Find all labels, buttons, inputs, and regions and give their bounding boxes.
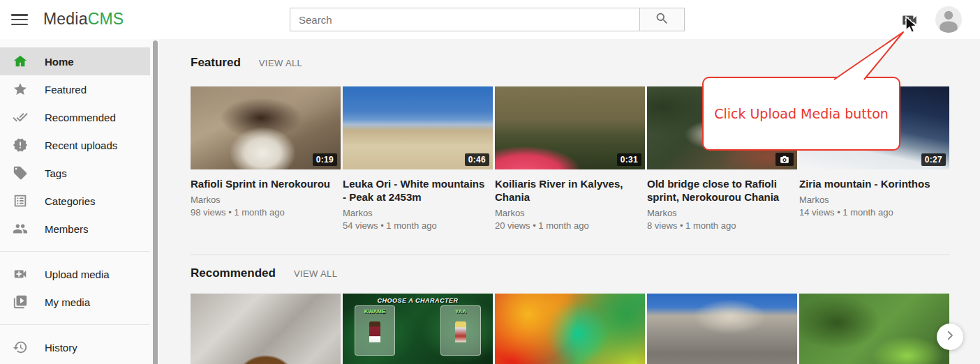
history-icon xyxy=(13,340,28,355)
tag-icon xyxy=(13,165,28,181)
members-icon xyxy=(13,221,28,236)
video-card[interactable]: 0:19 Rafioli Sprint in Nerokourou Markos… xyxy=(191,86,341,232)
sidebar-item-label: Recent uploads xyxy=(45,139,117,151)
video-title[interactable]: Old bridge close to Rafioli sprint, Nero… xyxy=(647,177,792,204)
carousel-next-button[interactable] xyxy=(937,324,963,350)
thumbnail-overlay-text: CHOOSE A CHARACTER xyxy=(343,297,493,304)
video-meta: 8 views • 1 month ago xyxy=(647,220,797,232)
video-author[interactable]: Markos xyxy=(191,195,341,206)
categories-icon xyxy=(13,193,28,208)
new-releases-icon xyxy=(13,137,28,153)
annotation-callout-tail xyxy=(803,28,914,81)
video-title[interactable]: Koiliaris River in Kalyves, Chania xyxy=(495,177,640,204)
recommended-section-title: Recommended xyxy=(191,266,276,280)
video-title[interactable]: Ziria mountain - Korinthos xyxy=(799,177,944,190)
logo-media: Media xyxy=(43,10,88,28)
logo-cms: CMS xyxy=(88,10,124,28)
annotation-callout: Click Upload Media button xyxy=(702,77,900,151)
recommended-cards-row: CHOOSE A CHARACTER KWAME YAA Selected Se… xyxy=(191,294,949,364)
sidebar-item-recent-uploads[interactable]: Recent uploads xyxy=(0,131,150,159)
sidebar-item-label: Home xyxy=(45,56,74,68)
video-card[interactable]: 0:46 Leuka Ori - White mountains - Peak … xyxy=(343,86,493,232)
upload-media-icon xyxy=(13,266,28,282)
duration-badge: 0:31 xyxy=(617,153,641,166)
video-author[interactable]: Markos xyxy=(343,208,493,219)
star-icon xyxy=(13,82,28,97)
game-character-panel: YAA xyxy=(440,305,481,356)
duration-badge: 0:19 xyxy=(313,153,337,166)
sidebar-item-members[interactable]: Members xyxy=(0,215,150,243)
video-thumbnail-character-select-game[interactable]: CHOOSE A CHARACTER KWAME YAA Selected Se… xyxy=(343,294,493,364)
video-card[interactable]: 0:31 Koiliaris River in Kalyves, Chania … xyxy=(495,86,645,232)
sidebar-item-label: Categories xyxy=(45,195,96,207)
video-card[interactable] xyxy=(191,294,341,364)
app-logo[interactable]: MediaCMS xyxy=(43,10,124,29)
video-author[interactable]: Markos xyxy=(647,208,797,219)
search-icon xyxy=(655,11,669,29)
sidebar-item-label: Featured xyxy=(45,84,87,96)
sidebar-item-label: Members xyxy=(45,223,89,235)
thumbnail-overlay-text: YAA xyxy=(441,308,480,314)
chevron-right-icon xyxy=(944,329,956,344)
user-avatar[interactable] xyxy=(935,6,962,33)
video-card[interactable] xyxy=(799,294,949,364)
game-character-sprite xyxy=(455,321,466,342)
sidebar-item-recommended[interactable]: Recommended xyxy=(0,103,150,131)
duration-badge: 0:46 xyxy=(465,153,489,166)
sidebar-nav: Home Featured Recommended Recent uploads… xyxy=(0,39,159,361)
video-author[interactable]: Markos xyxy=(799,195,949,206)
video-title[interactable]: Rafioli Sprint in Nerokourou xyxy=(191,177,336,190)
video-card[interactable] xyxy=(647,294,797,364)
video-meta: 54 views • 1 month ago xyxy=(343,220,493,232)
sidebar-item-upload-media[interactable]: Upload media xyxy=(0,260,150,288)
search-button[interactable] xyxy=(640,8,685,31)
featured-view-all-link[interactable]: VIEW ALL xyxy=(259,58,302,68)
video-thumbnail-desert-mountains[interactable]: 0:46 xyxy=(343,86,493,169)
video-library-icon xyxy=(13,294,28,310)
game-character-panel: KWAME xyxy=(355,305,395,356)
video-meta: 14 views • 1 month ago xyxy=(799,207,949,218)
home-icon xyxy=(13,54,28,69)
sidebar-item-label: History xyxy=(45,342,77,354)
mouse-cursor-icon xyxy=(905,16,918,35)
game-character-sprite xyxy=(369,321,380,342)
sidebar-divider xyxy=(0,324,150,325)
double-check-icon xyxy=(13,109,28,125)
annotation-text: Click Upload Media button xyxy=(714,106,889,121)
hamburger-menu-icon[interactable] xyxy=(11,12,28,27)
video-meta: 20 views • 1 month ago xyxy=(495,220,645,232)
video-thumbnail-green-leaves[interactable] xyxy=(799,294,949,364)
sidebar-item-history[interactable]: History xyxy=(0,333,150,361)
featured-section-title: Featured xyxy=(191,56,241,70)
thumbnail-overlay-text: KWAME xyxy=(355,308,394,314)
video-thumbnail-stone-fountain[interactable]: 0:19 xyxy=(191,86,341,169)
sidebar-item-label: Upload media xyxy=(45,268,110,280)
video-author[interactable]: Markos xyxy=(495,208,645,219)
recommended-view-all-link[interactable]: VIEW ALL xyxy=(294,268,337,279)
sidebar-item-categories[interactable]: Categories xyxy=(0,187,150,215)
camera-icon xyxy=(775,153,794,166)
search-input[interactable] xyxy=(290,8,640,31)
recommended-section: Recommended VIEW ALL CHOOSE A CHARACTER … xyxy=(191,266,949,364)
video-title[interactable]: Leuka Ori - White mountains - Peak at 24… xyxy=(343,177,488,204)
video-thumbnail-pumpkin-craft[interactable] xyxy=(191,294,341,364)
duration-badge: 0:27 xyxy=(921,153,946,166)
search-bar xyxy=(290,8,685,31)
video-card[interactable] xyxy=(495,294,645,364)
sidebar-item-featured[interactable]: Featured xyxy=(0,75,150,103)
video-thumbnail-colorful-abstract[interactable] xyxy=(495,294,645,364)
video-card[interactable]: CHOOSE A CHARACTER KWAME YAA Selected Se… xyxy=(343,294,493,364)
sidebar-item-home[interactable]: Home xyxy=(0,47,150,75)
sidebar-item-label: Tags xyxy=(45,167,67,179)
sidebar-item-my-media[interactable]: My media xyxy=(0,288,150,316)
sidebar-divider xyxy=(0,251,150,252)
sidebar-scrollbar[interactable] xyxy=(153,40,158,364)
sidebar-item-label: My media xyxy=(45,296,90,308)
sidebar-item-tags[interactable]: Tags xyxy=(0,159,150,187)
video-thumbnail-rocky-mountain[interactable] xyxy=(647,294,797,364)
section-divider xyxy=(191,255,949,255)
video-meta: 98 views • 1 month ago xyxy=(191,207,341,218)
video-thumbnail-river-kayak[interactable]: 0:31 xyxy=(495,86,645,169)
sidebar: Home Featured Recommended Recent uploads… xyxy=(0,39,159,364)
sidebar-item-label: Recommended xyxy=(45,112,116,123)
